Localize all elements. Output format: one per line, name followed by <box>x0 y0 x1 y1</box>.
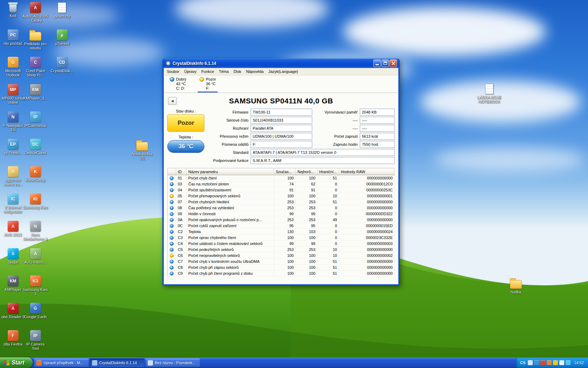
desktop-icon[interactable]: K KiesoSetup <box>22 166 48 191</box>
field-value-box[interactable]: TW100-11 <box>251 109 312 116</box>
smart-attribute-row[interactable]: C3 Počet oprav chybného čtení 100 100 0 … <box>168 235 395 241</box>
desktop-icon[interactable]: Podklady pro stavbu <box>22 29 48 54</box>
temperature-button[interactable]: 36 °C <box>167 140 204 153</box>
drive-tab[interactable]: Pozor 36 °C F: <box>198 77 218 93</box>
avg-icon[interactable] <box>540 360 545 365</box>
worst-column-header[interactable]: Nejhorš... <box>296 168 317 175</box>
field-value-box[interactable]: F: <box>251 141 312 148</box>
desktop-icon[interactable]: A AVG-Intern... <box>22 248 48 273</box>
attribute-id: C9 <box>176 271 187 277</box>
smart-attribute-row[interactable]: C8 Počet chyb při zápisu sektorů 100 100… <box>168 265 395 271</box>
smart-attribute-row[interactable]: 09 Hodin v činnosti 99 99 0 0000000DD322 <box>168 211 395 217</box>
desktop-icon[interactable]: S Skype <box>0 248 26 273</box>
field-value-box[interactable]: ---- <box>360 117 395 124</box>
desktop-icon-hudba[interactable]: hudba <box>502 278 530 302</box>
smart-attribute-row[interactable]: 01 Počet chyb čtení 100 100 51 000000000… <box>168 175 395 181</box>
smart-attribute-row[interactable]: 05 Počet přemapovaných sektorů 100 100 1… <box>168 193 395 199</box>
desktop-icon-nova-slozka[interactable]: Nová složka (2) <box>128 139 156 164</box>
desktop-icon[interactable]: A obe Reader 9 <box>0 303 26 327</box>
field-value-box[interactable]: Parallel ATA <box>251 125 312 132</box>
smart-attribute-row[interactable]: 0C Počet cyklů zapnutí zařízení 95 95 0 … <box>168 223 395 229</box>
smart-attribute-row[interactable]: C5 Počet podezřelých sektorů 253 253 10 … <box>168 247 395 253</box>
desktop-icon[interactable]: KI Samsung Kies <box>22 193 48 218</box>
drive-tab[interactable]: Dobrý 43 °C C: D: <box>168 77 188 93</box>
desktop-icon[interactable]: G Google Earth <box>22 303 48 327</box>
desktop-icon-image: MP <box>8 84 19 95</box>
desktop-icon[interactable]: IP IPCamSetup <box>22 111 48 136</box>
window-titlebar[interactable]: CrystalDiskInfo 6.1.14 <box>163 59 399 68</box>
menu-item[interactable]: Disk <box>231 68 244 75</box>
desktop-icon[interactable]: F zilla Firefox <box>0 330 26 355</box>
maximize-button[interactable] <box>382 60 389 67</box>
field-value-box[interactable]: ATA/ATAPI-7 | ATA/ATAPI-7 T13 1532D vers… <box>251 149 395 156</box>
volume-icon[interactable] <box>559 360 564 365</box>
desktop-icon[interactable]: A AutoCAD 2005 - Česky <box>22 2 48 27</box>
smart-attribute-row[interactable]: C7 Počet chyb v kontrolním součtu UltraD… <box>168 259 395 265</box>
status-column-header[interactable] <box>168 168 176 175</box>
menu-item[interactable]: Nápověda <box>244 68 266 75</box>
desktop-icon[interactable]: KM KMPlayer_3... <box>22 84 48 109</box>
menu-item[interactable]: Téma <box>216 68 231 75</box>
update-shield-icon[interactable] <box>553 360 558 365</box>
desktop-icon[interactable]: K3 Samsung Kies 3 <box>22 275 48 300</box>
smart-attribute-row[interactable]: C9 Počet chyb při čtení programů z disku… <box>168 271 395 277</box>
id-column-header[interactable]: ID <box>176 168 187 175</box>
menu-item[interactable]: Úpravy <box>182 68 199 75</box>
smart-attribute-row[interactable]: 0A Počet opakovaných pokusů o roztočení … <box>168 217 395 223</box>
language-indicator[interactable]: CS <box>520 361 525 365</box>
field-value-box[interactable]: S01JJ40XB11033 <box>251 117 312 124</box>
previous-disk-button[interactable]: ◀ <box>168 97 177 105</box>
smart-attribute-row[interactable]: C6 Počet neopravitelných sektorů 100 100… <box>168 253 395 259</box>
info-field-row: Firmware TW100-11 Vyrovnávací paměť 2048… <box>208 109 395 116</box>
menu-item[interactable]: Funkce <box>199 68 216 75</box>
desktop-icon[interactable]: DC DeviceClient <box>22 139 48 163</box>
name-column-header[interactable]: Název parametru <box>187 168 274 175</box>
desktop-icon[interactable]: IP IP Camera Tool <box>22 330 48 355</box>
field-value-box[interactable]: 5613 krát <box>360 133 395 140</box>
close-button[interactable] <box>390 60 397 67</box>
menu-item[interactable]: Soubor <box>164 68 182 75</box>
kies-tray-icon[interactable] <box>547 360 552 365</box>
desktop-icon[interactable]: R egistrace vatele za... <box>0 166 26 191</box>
minimize-button[interactable] <box>373 60 381 67</box>
smart-attribute-row[interactable]: 03 Čas na roztočení ploten 74 62 0 00000… <box>168 181 395 187</box>
desktop-icon[interactable]: Koš <box>0 2 26 27</box>
smart-attribute-row[interactable]: 04 Počet spuštění/zastavení 91 91 0 0000… <box>168 187 395 193</box>
start-button[interactable]: Start <box>0 357 33 368</box>
display-settings-icon[interactable] <box>534 360 539 365</box>
desktop-icon[interactable]: MP MP600 ručka online <box>0 84 26 109</box>
taskbar-task-firefox[interactable]: Upravit příspěvek - M... <box>34 359 89 367</box>
desktop-icon[interactable]: N Nero MediaHome 4 <box>22 221 48 245</box>
smart-attribute-row[interactable]: C4 Počet událostí s číslem realokování s… <box>168 241 395 247</box>
desktop-icon[interactable]: EP sy-Photo... <box>0 139 26 163</box>
taskbar-task-notepad[interactable]: Bez názvu - Poznámk... <box>146 359 200 367</box>
desktop-icon[interactable]: N P Navigator 3.0 <box>0 111 26 136</box>
desktop-icon[interactable]: CD CrystalDisk... <box>49 57 75 81</box>
keyboard-layout-icon[interactable] <box>528 360 533 365</box>
health-status-button[interactable]: Pozor <box>167 114 204 132</box>
menu-item[interactable]: Jazyk(Language) <box>266 68 300 75</box>
field-value-box[interactable]: 7550 hod. <box>360 141 395 148</box>
smart-attribute-row[interactable]: 07 Počet chybných hledání 253 253 51 000… <box>168 199 395 205</box>
desktop-icon-laska-notebook[interactable]: LÁSKA MOJE NOTEBOOK <box>475 83 503 108</box>
desktop-icon[interactable]: IC 2 Internet onfigurator <box>0 193 26 218</box>
desktop-icon[interactable]: µ µTorrent <box>49 29 75 54</box>
threshold-column-header[interactable]: Hraniční... <box>317 168 339 175</box>
desktop-icon[interactable]: PC nto počítač <box>0 29 26 54</box>
smart-attribute-row[interactable]: 08 Čas potřebný na vyhledání 253 253 0 0… <box>168 205 395 211</box>
current-column-header[interactable]: Součas... <box>274 168 296 175</box>
network-icon[interactable] <box>566 360 570 365</box>
desktop-icon[interactable]: ipcam.cfg <box>49 2 75 27</box>
field-value-box[interactable]: 2048 KB <box>360 109 395 116</box>
raw-column-header[interactable]: Hodnoty RAW <box>339 168 395 175</box>
clock[interactable]: 14:52 <box>574 361 584 365</box>
taskbar-task-crystaldiskinfo[interactable]: CrystalDiskInfo 6.1.14 <box>90 359 144 367</box>
desktop-icon[interactable]: C Corel Paint Shop Pr... <box>22 57 48 81</box>
field-value-box[interactable]: S.M.A.R.T., AAM <box>251 157 395 164</box>
desktop-icon[interactable]: KM KMPlayer <box>0 275 26 300</box>
smart-attribute-row[interactable]: C2 Teplota 130 103 0 000000000024 <box>168 229 395 235</box>
field-value-box[interactable]: ---- <box>360 125 395 132</box>
field-value-box[interactable]: UDMA/100 | UDMA/100 <box>251 133 312 140</box>
desktop-icon[interactable]: A AVG 2013 <box>0 221 26 245</box>
desktop-icon[interactable]: O Microsoft Outlook <box>0 57 26 81</box>
